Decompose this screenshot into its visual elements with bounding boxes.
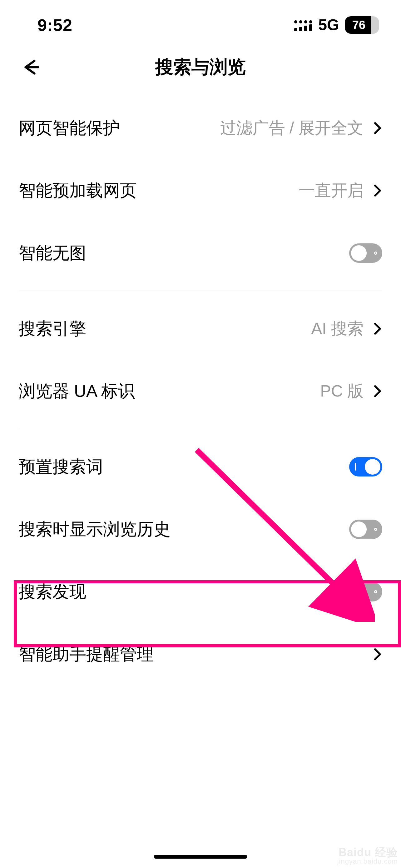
section-search-settings: 预置搜索词 搜索时显示浏览历史 搜索发现: [19, 429, 382, 692]
svg-point-2: [304, 20, 307, 24]
section-browsing: 网页智能保护 过滤广告 / 展开全文 智能预加载网页 一直开启 智能无图: [19, 91, 382, 291]
row-label: 网页智能保护: [19, 117, 120, 140]
settings-list: 网页智能保护 过滤广告 / 展开全文 智能预加载网页 一直开启 智能无图: [0, 91, 401, 692]
row-label: 浏览器 UA 标识: [19, 380, 135, 403]
watermark-main: Baidu 经验: [338, 846, 398, 859]
chevron-right-icon: [373, 120, 382, 136]
row-smart-no-image[interactable]: 智能无图: [19, 222, 382, 284]
back-button[interactable]: [19, 55, 44, 80]
battery-percent: 76: [342, 16, 376, 34]
row-label: 预置搜索词: [19, 456, 103, 478]
watermark-sub: jingyan.baidu.com: [337, 858, 398, 865]
row-label: 智能助手提醒管理: [19, 643, 154, 666]
row-value: PC 版: [320, 380, 364, 402]
page-title: 搜索与浏览: [155, 55, 246, 80]
svg-rect-6: [304, 26, 307, 31]
row-preset-search-terms[interactable]: 预置搜索词: [19, 436, 382, 498]
svg-rect-4: [294, 28, 297, 31]
header: 搜索与浏览: [0, 44, 401, 91]
chevron-right-icon: [373, 321, 382, 337]
svg-point-0: [294, 20, 297, 24]
row-browser-ua[interactable]: 浏览器 UA 标识 PC 版: [19, 360, 382, 423]
toggle-preset-search-terms[interactable]: [349, 457, 382, 476]
status-time: 9:52: [37, 15, 72, 35]
watermark: Baidu 经验 jingyan.baidu.com: [337, 847, 398, 865]
row-value: AI 搜索: [311, 318, 364, 340]
row-value: 过滤广告 / 展开全文: [220, 117, 364, 139]
row-smart-preload[interactable]: 智能预加载网页 一直开启: [19, 159, 382, 222]
svg-rect-7: [309, 24, 312, 31]
toggle-show-history-on-search[interactable]: [349, 520, 382, 539]
row-label: 智能预加载网页: [19, 179, 137, 202]
row-label: 搜索时显示浏览历史: [19, 518, 170, 541]
status-right: 5G 76: [294, 16, 379, 34]
row-search-discover[interactable]: 搜索发现: [19, 561, 382, 623]
row-label: 智能无图: [19, 242, 86, 265]
battery-icon: 76: [345, 16, 379, 34]
home-indicator: [154, 855, 247, 859]
svg-point-3: [309, 20, 312, 24]
row-label: 搜索发现: [19, 581, 86, 603]
toggle-smart-no-image[interactable]: [349, 243, 382, 263]
svg-rect-5: [299, 27, 302, 31]
arrow-left-icon: [22, 58, 41, 76]
row-web-smart-protect[interactable]: 网页智能保护 过滤广告 / 展开全文: [19, 97, 382, 159]
row-label: 搜索引擎: [19, 317, 86, 340]
row-smart-assistant-reminder[interactable]: 智能助手提醒管理: [19, 623, 382, 685]
chevron-right-icon: [373, 183, 382, 198]
row-search-engine[interactable]: 搜索引擎 AI 搜索: [19, 298, 382, 360]
status-bar: 9:52 5G 76: [0, 0, 401, 44]
row-show-history-on-search[interactable]: 搜索时显示浏览历史: [19, 498, 382, 561]
svg-point-1: [299, 20, 302, 24]
chevron-right-icon: [373, 647, 382, 662]
toggle-search-discover[interactable]: [349, 582, 382, 601]
signal-icon: [294, 19, 312, 31]
network-label: 5G: [318, 16, 339, 34]
chevron-right-icon: [373, 383, 382, 399]
row-value: 一直开启: [299, 180, 364, 202]
section-engine: 搜索引擎 AI 搜索 浏览器 UA 标识 PC 版: [19, 291, 382, 429]
